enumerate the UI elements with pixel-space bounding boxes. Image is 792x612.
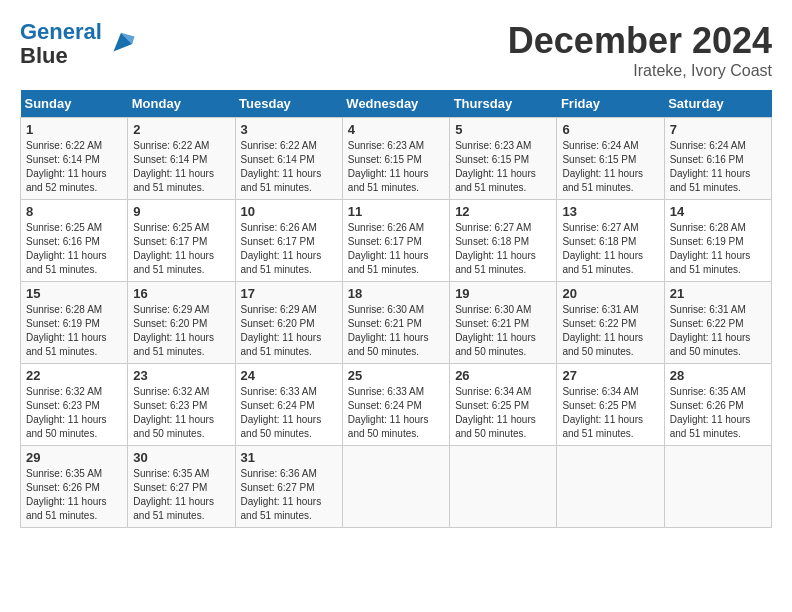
header-tuesday: Tuesday bbox=[235, 90, 342, 118]
calendar-cell: 22 Sunrise: 6:32 AM Sunset: 6:23 PM Dayl… bbox=[21, 364, 128, 446]
day-info: Sunrise: 6:35 AM Sunset: 6:26 PM Dayligh… bbox=[670, 385, 766, 441]
day-number: 17 bbox=[241, 286, 337, 301]
calendar-table: SundayMondayTuesdayWednesdayThursdayFrid… bbox=[20, 90, 772, 528]
day-info: Sunrise: 6:35 AM Sunset: 6:27 PM Dayligh… bbox=[133, 467, 229, 523]
calendar-week-2: 8 Sunrise: 6:25 AM Sunset: 6:16 PM Dayli… bbox=[21, 200, 772, 282]
calendar-week-4: 22 Sunrise: 6:32 AM Sunset: 6:23 PM Dayl… bbox=[21, 364, 772, 446]
day-info: Sunrise: 6:30 AM Sunset: 6:21 PM Dayligh… bbox=[455, 303, 551, 359]
day-number: 31 bbox=[241, 450, 337, 465]
calendar-cell: 6 Sunrise: 6:24 AM Sunset: 6:15 PM Dayli… bbox=[557, 118, 664, 200]
day-info: Sunrise: 6:22 AM Sunset: 6:14 PM Dayligh… bbox=[241, 139, 337, 195]
calendar-cell: 28 Sunrise: 6:35 AM Sunset: 6:26 PM Dayl… bbox=[664, 364, 771, 446]
day-info: Sunrise: 6:28 AM Sunset: 6:19 PM Dayligh… bbox=[26, 303, 122, 359]
header-monday: Monday bbox=[128, 90, 235, 118]
day-info: Sunrise: 6:24 AM Sunset: 6:15 PM Dayligh… bbox=[562, 139, 658, 195]
day-info: Sunrise: 6:22 AM Sunset: 6:14 PM Dayligh… bbox=[26, 139, 122, 195]
calendar-cell: 23 Sunrise: 6:32 AM Sunset: 6:23 PM Dayl… bbox=[128, 364, 235, 446]
day-number: 11 bbox=[348, 204, 444, 219]
day-number: 24 bbox=[241, 368, 337, 383]
header-sunday: Sunday bbox=[21, 90, 128, 118]
day-info: Sunrise: 6:29 AM Sunset: 6:20 PM Dayligh… bbox=[241, 303, 337, 359]
calendar-cell: 2 Sunrise: 6:22 AM Sunset: 6:14 PM Dayli… bbox=[128, 118, 235, 200]
day-number: 20 bbox=[562, 286, 658, 301]
day-number: 8 bbox=[26, 204, 122, 219]
day-number: 25 bbox=[348, 368, 444, 383]
calendar-cell: 16 Sunrise: 6:29 AM Sunset: 6:20 PM Dayl… bbox=[128, 282, 235, 364]
day-info: Sunrise: 6:26 AM Sunset: 6:17 PM Dayligh… bbox=[241, 221, 337, 277]
day-info: Sunrise: 6:25 AM Sunset: 6:16 PM Dayligh… bbox=[26, 221, 122, 277]
day-number: 18 bbox=[348, 286, 444, 301]
calendar-cell: 3 Sunrise: 6:22 AM Sunset: 6:14 PM Dayli… bbox=[235, 118, 342, 200]
day-number: 2 bbox=[133, 122, 229, 137]
calendar-week-3: 15 Sunrise: 6:28 AM Sunset: 6:19 PM Dayl… bbox=[21, 282, 772, 364]
page-header: GeneralBlue December 2024 Irateke, Ivory… bbox=[20, 20, 772, 80]
calendar-cell: 24 Sunrise: 6:33 AM Sunset: 6:24 PM Dayl… bbox=[235, 364, 342, 446]
calendar-cell: 1 Sunrise: 6:22 AM Sunset: 6:14 PM Dayli… bbox=[21, 118, 128, 200]
day-info: Sunrise: 6:31 AM Sunset: 6:22 PM Dayligh… bbox=[562, 303, 658, 359]
day-number: 3 bbox=[241, 122, 337, 137]
day-info: Sunrise: 6:27 AM Sunset: 6:18 PM Dayligh… bbox=[562, 221, 658, 277]
calendar-cell: 5 Sunrise: 6:23 AM Sunset: 6:15 PM Dayli… bbox=[450, 118, 557, 200]
calendar-cell: 17 Sunrise: 6:29 AM Sunset: 6:20 PM Dayl… bbox=[235, 282, 342, 364]
day-number: 1 bbox=[26, 122, 122, 137]
day-info: Sunrise: 6:34 AM Sunset: 6:25 PM Dayligh… bbox=[562, 385, 658, 441]
calendar-header-row: SundayMondayTuesdayWednesdayThursdayFrid… bbox=[21, 90, 772, 118]
title-area: December 2024 Irateke, Ivory Coast bbox=[508, 20, 772, 80]
calendar-cell: 4 Sunrise: 6:23 AM Sunset: 6:15 PM Dayli… bbox=[342, 118, 449, 200]
calendar-week-5: 29 Sunrise: 6:35 AM Sunset: 6:26 PM Dayl… bbox=[21, 446, 772, 528]
day-number: 4 bbox=[348, 122, 444, 137]
header-wednesday: Wednesday bbox=[342, 90, 449, 118]
day-info: Sunrise: 6:23 AM Sunset: 6:15 PM Dayligh… bbox=[455, 139, 551, 195]
day-number: 27 bbox=[562, 368, 658, 383]
day-number: 22 bbox=[26, 368, 122, 383]
day-info: Sunrise: 6:26 AM Sunset: 6:17 PM Dayligh… bbox=[348, 221, 444, 277]
calendar-cell: 20 Sunrise: 6:31 AM Sunset: 6:22 PM Dayl… bbox=[557, 282, 664, 364]
day-info: Sunrise: 6:35 AM Sunset: 6:26 PM Dayligh… bbox=[26, 467, 122, 523]
location: Irateke, Ivory Coast bbox=[508, 62, 772, 80]
header-saturday: Saturday bbox=[664, 90, 771, 118]
calendar-cell: 27 Sunrise: 6:34 AM Sunset: 6:25 PM Dayl… bbox=[557, 364, 664, 446]
day-number: 19 bbox=[455, 286, 551, 301]
day-info: Sunrise: 6:25 AM Sunset: 6:17 PM Dayligh… bbox=[133, 221, 229, 277]
logo: GeneralBlue bbox=[20, 20, 136, 68]
calendar-cell: 11 Sunrise: 6:26 AM Sunset: 6:17 PM Dayl… bbox=[342, 200, 449, 282]
month-title: December 2024 bbox=[508, 20, 772, 62]
day-number: 7 bbox=[670, 122, 766, 137]
day-info: Sunrise: 6:34 AM Sunset: 6:25 PM Dayligh… bbox=[455, 385, 551, 441]
day-number: 14 bbox=[670, 204, 766, 219]
day-number: 29 bbox=[26, 450, 122, 465]
calendar-cell: 19 Sunrise: 6:30 AM Sunset: 6:21 PM Dayl… bbox=[450, 282, 557, 364]
calendar-cell: 14 Sunrise: 6:28 AM Sunset: 6:19 PM Dayl… bbox=[664, 200, 771, 282]
day-info: Sunrise: 6:31 AM Sunset: 6:22 PM Dayligh… bbox=[670, 303, 766, 359]
day-number: 6 bbox=[562, 122, 658, 137]
day-number: 12 bbox=[455, 204, 551, 219]
calendar-cell: 31 Sunrise: 6:36 AM Sunset: 6:27 PM Dayl… bbox=[235, 446, 342, 528]
day-info: Sunrise: 6:30 AM Sunset: 6:21 PM Dayligh… bbox=[348, 303, 444, 359]
header-thursday: Thursday bbox=[450, 90, 557, 118]
day-number: 5 bbox=[455, 122, 551, 137]
calendar-cell: 25 Sunrise: 6:33 AM Sunset: 6:24 PM Dayl… bbox=[342, 364, 449, 446]
calendar-cell: 13 Sunrise: 6:27 AM Sunset: 6:18 PM Dayl… bbox=[557, 200, 664, 282]
day-info: Sunrise: 6:33 AM Sunset: 6:24 PM Dayligh… bbox=[348, 385, 444, 441]
day-number: 10 bbox=[241, 204, 337, 219]
calendar-cell: 18 Sunrise: 6:30 AM Sunset: 6:21 PM Dayl… bbox=[342, 282, 449, 364]
day-info: Sunrise: 6:23 AM Sunset: 6:15 PM Dayligh… bbox=[348, 139, 444, 195]
calendar-cell: 29 Sunrise: 6:35 AM Sunset: 6:26 PM Dayl… bbox=[21, 446, 128, 528]
day-number: 13 bbox=[562, 204, 658, 219]
day-info: Sunrise: 6:32 AM Sunset: 6:23 PM Dayligh… bbox=[133, 385, 229, 441]
day-info: Sunrise: 6:22 AM Sunset: 6:14 PM Dayligh… bbox=[133, 139, 229, 195]
calendar-cell bbox=[450, 446, 557, 528]
calendar-cell: 26 Sunrise: 6:34 AM Sunset: 6:25 PM Dayl… bbox=[450, 364, 557, 446]
day-number: 23 bbox=[133, 368, 229, 383]
calendar-body: 1 Sunrise: 6:22 AM Sunset: 6:14 PM Dayli… bbox=[21, 118, 772, 528]
day-number: 15 bbox=[26, 286, 122, 301]
day-info: Sunrise: 6:24 AM Sunset: 6:16 PM Dayligh… bbox=[670, 139, 766, 195]
calendar-cell: 30 Sunrise: 6:35 AM Sunset: 6:27 PM Dayl… bbox=[128, 446, 235, 528]
calendar-cell bbox=[664, 446, 771, 528]
day-info: Sunrise: 6:27 AM Sunset: 6:18 PM Dayligh… bbox=[455, 221, 551, 277]
logo-text: GeneralBlue bbox=[20, 20, 102, 68]
calendar-cell: 9 Sunrise: 6:25 AM Sunset: 6:17 PM Dayli… bbox=[128, 200, 235, 282]
calendar-cell bbox=[342, 446, 449, 528]
logo-icon bbox=[106, 29, 136, 59]
calendar-week-1: 1 Sunrise: 6:22 AM Sunset: 6:14 PM Dayli… bbox=[21, 118, 772, 200]
